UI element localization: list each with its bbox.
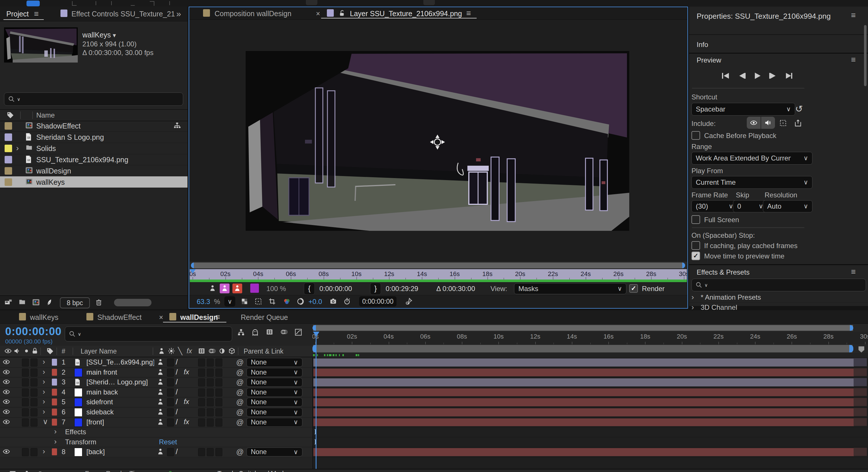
layer-label-chip[interactable] (52, 379, 57, 386)
expander-chevron[interactable]: › (42, 447, 45, 456)
project-item-row[interactable]: ShadowEffect (0, 120, 187, 132)
layer-name[interactable]: sidefront (86, 398, 113, 406)
in-brace-button[interactable]: { (304, 283, 315, 295)
workspace-tab[interactable] (423, 0, 435, 5)
property-row[interactable]: ›Effects (0, 427, 312, 437)
layer-row[interactable]: ∨7[front]/fx@None∨ (0, 417, 312, 427)
render-engine-icon[interactable] (45, 298, 53, 306)
viewer-time-ruler[interactable]: 0s02s04s06s08s10s12s14s16s18s20s22s24s26… (190, 269, 687, 279)
effects-presets-header[interactable]: Effects & Presets (696, 268, 750, 276)
graph-editor-icon[interactable] (294, 328, 302, 336)
layer-name[interactable]: main front (86, 368, 117, 376)
channel-rgb-icon[interactable] (282, 297, 291, 305)
layer-label-chip[interactable] (52, 419, 57, 425)
tab-layer-ssu-texture[interactable]: Layer SSU_Texture_2106x994.png (350, 9, 462, 18)
lock-open-icon[interactable] (338, 9, 345, 17)
label-color-chip[interactable] (5, 156, 12, 164)
layer-name[interactable]: [back] (86, 448, 105, 456)
trash-icon[interactable] (95, 298, 102, 306)
frame-blending-icon[interactable] (266, 328, 274, 336)
label-color-chip[interactable] (5, 134, 12, 141)
walldesign-tab-menu[interactable]: ≡ (215, 312, 220, 322)
play-from-dropdown[interactable]: Current Time∨ (691, 176, 812, 189)
project-item-name[interactable]: SSU_Texture_2106x994.png (36, 156, 128, 164)
current-time-field[interactable]: 0:00:00:00 (359, 296, 397, 306)
bit-depth-button[interactable]: 8 bpc (60, 297, 90, 308)
project-item-row[interactable]: SSU_Texture_2106x994.png (0, 154, 187, 166)
magnification-dropdown[interactable]: ∨ (224, 296, 235, 306)
parent-dropdown[interactable]: None∨ (247, 447, 302, 456)
interpret-footage-icon[interactable] (4, 298, 13, 306)
tool-icons[interactable] (72, 1, 291, 6)
timeline-work-area[interactable] (312, 344, 868, 353)
layer-row[interactable]: ›6sideback/@None∨ (0, 407, 312, 417)
track-row[interactable] (313, 387, 868, 397)
project-hscrollbar[interactable] (114, 299, 152, 306)
label-tag-icon[interactable] (6, 111, 14, 119)
quality-switch[interactable]: / (176, 388, 178, 396)
property-row[interactable]: ›TransformReset (0, 437, 312, 447)
solid-color-swatch[interactable] (74, 388, 82, 397)
search-options-chevron[interactable]: ∨ (17, 96, 21, 102)
track-row[interactable] (313, 367, 868, 378)
track-row[interactable] (313, 377, 868, 388)
tab-render-queue[interactable]: Render Queue (241, 313, 288, 322)
play-button[interactable] (753, 70, 762, 81)
first-frame-button[interactable] (721, 70, 731, 81)
expander-chevron[interactable]: › (54, 427, 57, 436)
track-row[interactable] (313, 447, 868, 457)
properties-panel-menu[interactable]: ≡ (851, 11, 856, 20)
fx-badge[interactable]: fx (184, 397, 189, 406)
label-color-chip[interactable] (5, 122, 12, 130)
parent-pickwhip-icon[interactable]: @ (236, 388, 244, 397)
motion-blur-icon[interactable] (280, 328, 288, 336)
timeline-search-input[interactable]: ∨ (65, 326, 232, 342)
parent-pickwhip-icon[interactable]: @ (236, 418, 244, 427)
viewer-panel-menu[interactable]: ≡ (466, 9, 471, 18)
shy-switch[interactable] (157, 418, 164, 425)
layer-label-chip[interactable] (52, 399, 57, 406)
parent-dropdown[interactable]: None∨ (247, 408, 302, 417)
skip-dropdown[interactable]: 0∨ (733, 200, 768, 212)
layer-viewer-canvas[interactable] (246, 51, 629, 231)
out-brace-button[interactable]: } (370, 283, 381, 295)
region-of-interest-icon[interactable] (254, 297, 262, 305)
preset-group-name[interactable]: * Animation Presets (701, 293, 761, 301)
show-snapshot-icon[interactable] (343, 297, 351, 305)
workspace-tab[interactable] (306, 0, 317, 5)
layer-visibility-eye[interactable] (2, 448, 10, 455)
project-item-name[interactable]: wallDesign (36, 167, 71, 175)
range-dropdown[interactable]: Work Area Extended By Current…∨ (691, 152, 812, 165)
reset-link[interactable]: Reset (159, 438, 177, 446)
crop-region-icon[interactable] (268, 297, 276, 305)
project-item-row[interactable]: Sheridan S Logo.png (0, 131, 187, 143)
cache-before-playback-checkbox[interactable] (691, 131, 700, 140)
if-caching-checkbox[interactable] (691, 241, 700, 250)
layer-label-chip[interactable] (52, 359, 57, 366)
expander-chevron[interactable]: › (42, 357, 45, 366)
layer-name[interactable]: [front] (86, 418, 104, 426)
project-item-name[interactable]: Sheridan S Logo.png (36, 133, 104, 142)
resolution-dropdown[interactable]: Auto∨ (763, 200, 812, 212)
expander-chevron[interactable]: › (42, 367, 45, 376)
move-time-checkbox[interactable]: ✓ (691, 252, 700, 260)
layer-visibility-eye[interactable] (2, 358, 10, 366)
draft3d-ghost-icon[interactable] (251, 328, 259, 336)
status-icon[interactable] (37, 470, 46, 472)
timeline-navigator[interactable] (312, 324, 868, 332)
name-column-header[interactable]: Name (36, 111, 55, 119)
tab-project[interactable]: Project (6, 10, 29, 18)
effects-presets-menu[interactable]: ≡ (851, 267, 856, 276)
layer-duration-bar[interactable] (313, 398, 854, 407)
effects-search-input[interactable]: ∨ (691, 278, 866, 291)
layer-visibility-eye[interactable] (2, 408, 10, 415)
parent-link-column-header[interactable]: Parent & Link (244, 348, 283, 355)
quality-switch[interactable]: / (176, 408, 178, 416)
parent-dropdown[interactable]: None∨ (247, 418, 302, 427)
expander-chevron[interactable]: › (42, 387, 45, 396)
include-audio-button[interactable] (761, 117, 775, 129)
status-icon[interactable] (23, 470, 31, 472)
quality-switch[interactable]: / (176, 447, 178, 456)
expander-chevron[interactable]: ∨ (42, 417, 48, 426)
shy-switch[interactable] (157, 398, 164, 406)
